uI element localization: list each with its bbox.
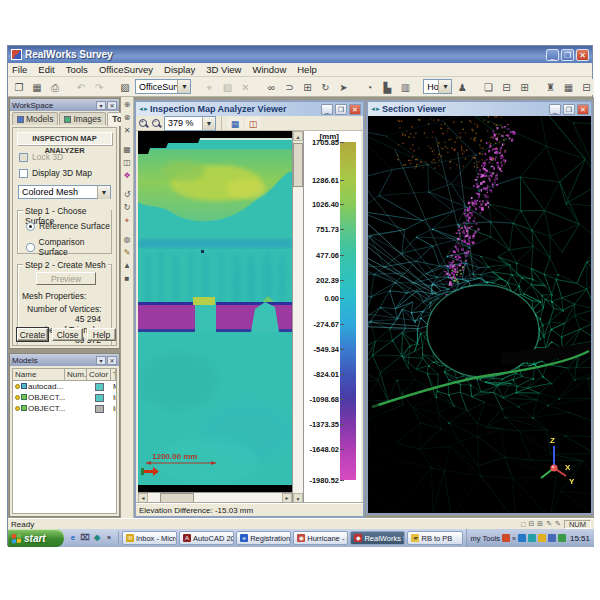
task-button[interactable]: eRegistration Rep... bbox=[236, 531, 291, 545]
close-button[interactable]: ✕ bbox=[349, 104, 361, 115]
close-button[interactable]: ✕ bbox=[576, 49, 589, 61]
print-icon[interactable]: ⎙ bbox=[47, 79, 63, 95]
zoom-in-icon[interactable] bbox=[138, 118, 149, 129]
show-desktop-icon[interactable]: ⌧ bbox=[80, 533, 90, 543]
chevron-more-icon[interactable]: » bbox=[512, 535, 516, 542]
chevron-down-icon[interactable]: ▼ bbox=[97, 186, 110, 199]
minimize-button[interactable]: _ bbox=[546, 49, 559, 61]
module-icon[interactable]: ▧ bbox=[117, 79, 133, 95]
internet-explorer-icon[interactable]: e bbox=[68, 533, 78, 543]
preview-button[interactable]: Preview bbox=[36, 272, 96, 285]
save-icon[interactable]: ▦ bbox=[29, 79, 45, 95]
menu-display[interactable]: Display bbox=[164, 64, 195, 75]
menu-edit[interactable]: Edit bbox=[38, 64, 54, 75]
tile-horizontal-icon[interactable]: ⊟ bbox=[498, 79, 514, 95]
menu-3dview[interactable]: 3D View bbox=[206, 64, 241, 75]
tab-images[interactable]: Images bbox=[59, 112, 106, 125]
close-button-panel[interactable]: Close bbox=[52, 328, 83, 341]
comparison-surface-radio[interactable] bbox=[26, 243, 35, 252]
rotate-right-icon[interactable]: ↻ bbox=[121, 202, 133, 214]
fit-view-icon[interactable]: ▲ bbox=[121, 260, 133, 272]
open-icon[interactable]: ❐ bbox=[11, 79, 27, 95]
pencil-icon[interactable]: ✎ bbox=[555, 520, 561, 528]
mesh-type-combobox[interactable]: Colored Mesh ▼ bbox=[18, 185, 111, 199]
rotate-icon[interactable]: ↻ bbox=[317, 79, 333, 95]
lasso-tool-icon[interactable]: ◍ bbox=[121, 234, 133, 246]
menu-officesurvey[interactable]: OfficeSurvey bbox=[99, 64, 153, 75]
layers-icon[interactable]: ▥ bbox=[397, 79, 413, 95]
minimize-button[interactable]: _ bbox=[321, 104, 333, 115]
start-button[interactable]: start bbox=[8, 529, 64, 547]
link-icon[interactable]: ∞ bbox=[263, 79, 279, 95]
panel-tool-icon[interactable]: ◫ bbox=[121, 157, 133, 169]
table-row[interactable]: OBJECT... Inspectio bbox=[13, 403, 116, 414]
tab-models[interactable]: Models bbox=[12, 112, 58, 125]
layout-split-icon[interactable]: ⊟ bbox=[528, 520, 534, 528]
measure-tool-icon[interactable]: ⌖ bbox=[121, 215, 133, 227]
unlink-icon[interactable]: ⊃ bbox=[281, 79, 297, 95]
menu-help[interactable]: Help bbox=[297, 64, 317, 75]
table-row[interactable]: OBJECT... Inspectio bbox=[13, 392, 116, 403]
visibility-bulb-icon[interactable] bbox=[15, 406, 20, 411]
lock3d-checkbox[interactable] bbox=[19, 153, 28, 162]
chevron-down-icon[interactable]: ▼ bbox=[202, 117, 215, 130]
restore-button[interactable]: ❐ bbox=[335, 104, 347, 115]
section-viewer-titlebar[interactable]: ◄► Section Viewer _ ❐ ✕ bbox=[368, 102, 591, 116]
panel-close-icon[interactable]: ✕ bbox=[107, 356, 117, 365]
grid-icon[interactable]: ▦ bbox=[560, 79, 576, 95]
col-num[interactable]: Num... bbox=[65, 369, 87, 381]
map-viewer-titlebar[interactable]: ◄► Inspection Map Analyzer Viewer _ ❐ ✕ bbox=[136, 102, 363, 116]
zoom-out-icon[interactable] bbox=[151, 118, 162, 129]
split-icon[interactable]: ⊟ bbox=[578, 79, 594, 95]
create-button[interactable]: Create bbox=[17, 328, 48, 341]
home-combobox[interactable]: Home ▼ bbox=[423, 79, 452, 94]
cut-plane-icon[interactable]: ✕ bbox=[121, 125, 133, 137]
mode-combobox[interactable]: OfficeSurvey ▼ bbox=[135, 79, 191, 94]
tray-icon[interactable] bbox=[538, 534, 546, 542]
col-type[interactable]: Type bbox=[111, 369, 116, 381]
segment-icon[interactable]: ▧ bbox=[219, 79, 235, 95]
tile-vertical-icon[interactable]: ⊞ bbox=[516, 79, 532, 95]
task-button[interactable]: ✉Inbox - Microsof... bbox=[122, 531, 177, 545]
target-icon[interactable]: ⌖ bbox=[201, 79, 217, 95]
col-name[interactable]: Name bbox=[13, 369, 65, 381]
display3d-checkbox[interactable] bbox=[19, 169, 28, 178]
layout-grid-icon[interactable]: ⊞ bbox=[537, 520, 543, 528]
help-button[interactable]: Help bbox=[87, 328, 116, 341]
reference-surface-radio[interactable] bbox=[26, 222, 35, 231]
delete-icon[interactable]: ✕ bbox=[237, 79, 253, 95]
tray-icon[interactable] bbox=[548, 534, 556, 542]
col-color[interactable]: Color bbox=[87, 369, 111, 381]
panel-close-icon[interactable]: ✕ bbox=[107, 101, 117, 110]
undo-icon[interactable]: ↶ bbox=[73, 79, 89, 95]
deselect-tool-icon[interactable]: ⊗ bbox=[121, 112, 133, 124]
grid-tool-icon[interactable]: ▦ bbox=[121, 144, 133, 156]
close-button[interactable]: ✕ bbox=[577, 104, 589, 115]
visibility-bulb-icon[interactable] bbox=[15, 395, 20, 400]
tray-icon[interactable] bbox=[502, 534, 510, 542]
scroll-left-icon[interactable]: ◄ bbox=[138, 493, 148, 503]
chevron-more-icon[interactable]: » bbox=[104, 533, 114, 543]
section-3d-canvas[interactable] bbox=[368, 116, 591, 513]
fit-map-icon[interactable]: ▦ bbox=[227, 117, 243, 130]
media-icon[interactable]: ◆ bbox=[92, 533, 102, 543]
task-button[interactable]: ▰RB to PB bbox=[407, 531, 462, 545]
edit-tool-icon[interactable]: ✎ bbox=[121, 247, 133, 259]
solid-view-icon[interactable]: ■ bbox=[121, 273, 133, 285]
cascade-windows-icon[interactable]: ❏ bbox=[480, 79, 496, 95]
pointer-icon[interactable]: ➤ bbox=[335, 79, 351, 95]
visibility-bulb-icon[interactable] bbox=[15, 384, 20, 389]
view-icon[interactable]: ♜ bbox=[542, 79, 558, 95]
chevron-down-icon[interactable]: ▼ bbox=[177, 80, 190, 93]
user-icon[interactable]: ♟ bbox=[454, 79, 470, 95]
inspection-map[interactable]: 1200.00 mm ◄ bbox=[138, 131, 292, 503]
task-button-active[interactable]: ◆RealWorks Survey bbox=[350, 531, 405, 545]
panel-menu-icon[interactable]: ▾ bbox=[96, 356, 106, 365]
select-tool-icon[interactable]: ⊕ bbox=[121, 99, 133, 111]
tray-icon[interactable] bbox=[518, 534, 526, 542]
redo-icon[interactable]: ↷ bbox=[91, 79, 107, 95]
fit-icon[interactable]: ⊞ bbox=[299, 79, 315, 95]
maximize-button[interactable]: ❐ bbox=[561, 49, 574, 61]
scrollbar-thumb[interactable] bbox=[160, 493, 194, 503]
restore-button[interactable]: ❐ bbox=[563, 104, 575, 115]
